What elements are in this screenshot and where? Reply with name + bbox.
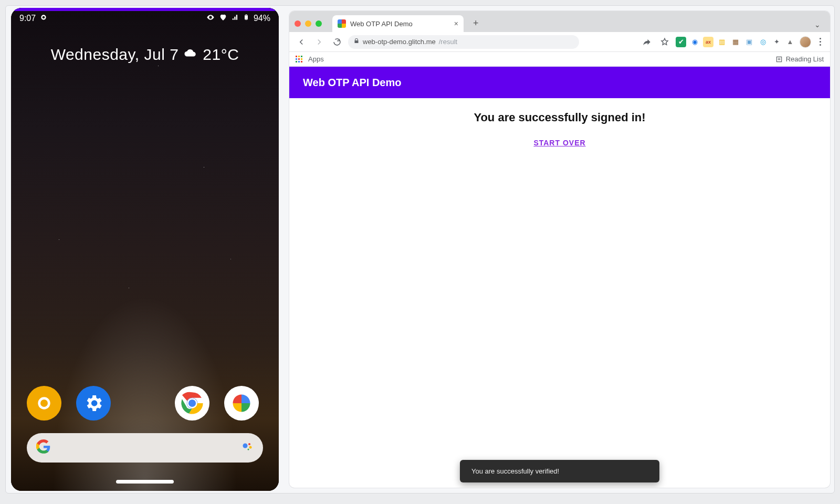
reading-list-label: Reading List [786, 55, 824, 63]
ext-icon-7[interactable]: ◎ [758, 37, 768, 47]
apps-label[interactable]: Apps [308, 55, 324, 63]
page-header: Web OTP API Demo [289, 67, 830, 98]
ext-icon-2[interactable]: ◉ [689, 37, 700, 47]
tab-close-icon[interactable]: × [454, 19, 458, 28]
page-title: Web OTP API Demo [303, 77, 401, 89]
ext-icon-1[interactable]: ✔ [676, 37, 686, 47]
profile-avatar[interactable] [800, 36, 811, 48]
window-controls [295, 20, 322, 27]
reload-button[interactable] [330, 35, 344, 49]
assistant-icon[interactable] [241, 440, 254, 455]
notification-dot-icon [40, 14, 47, 23]
svg-point-13 [249, 446, 252, 449]
svg-point-14 [248, 449, 249, 450]
tab-strip: Web OTP API Demo × + ⌄ [289, 11, 830, 32]
svg-point-12 [248, 443, 250, 445]
traffic-light-min[interactable] [305, 20, 311, 27]
traffic-light-close[interactable] [295, 20, 301, 27]
ext-icon-3[interactable]: ax [703, 37, 713, 47]
snackbar-text: You are successfully verified! [471, 467, 559, 475]
phone-accent-bar [11, 8, 279, 11]
status-battery-text: 94% [254, 14, 270, 23]
extensions-puzzle-icon[interactable]: ✦ [771, 37, 782, 47]
home-widget[interactable]: Wednesday, Jul 7 21°C [11, 46, 279, 64]
chrome-canary-icon[interactable] [27, 386, 61, 421]
status-bar: 9:07 94% [11, 13, 279, 24]
snackbar: You are successfully verified! [460, 460, 659, 482]
svg-point-1 [43, 16, 45, 19]
traffic-light-max[interactable] [316, 20, 322, 27]
battery-icon [243, 14, 249, 23]
back-button[interactable] [295, 35, 308, 49]
share-button[interactable] [640, 35, 654, 49]
eye-icon [206, 13, 215, 24]
svg-point-7 [40, 400, 48, 407]
tab-active[interactable]: Web OTP API Demo × [332, 15, 464, 32]
gesture-bar[interactable] [116, 480, 174, 484]
ext-icon-9[interactable]: ▲ [785, 37, 795, 47]
address-bar[interactable]: web-otp-demo.glitch.me/result [348, 35, 579, 49]
url-host: web-otp-demo.glitch.me [363, 38, 436, 46]
settings-icon[interactable] [76, 386, 111, 421]
chrome-window: Web OTP API Demo × + ⌄ web-otp-demo.glit… [289, 11, 830, 488]
reading-list-button[interactable]: Reading List [775, 55, 824, 63]
ext-icon-6[interactable]: ▣ [744, 37, 754, 47]
android-phone: 9:07 94% Wednesday, Jul 7 21° [11, 8, 279, 491]
ext-icon-5[interactable]: ▦ [730, 37, 741, 47]
bookmark-star-icon[interactable] [658, 35, 671, 49]
dock-empty-slot [125, 386, 160, 421]
tab-overflow-icon[interactable]: ⌄ [810, 20, 825, 32]
start-over-link[interactable]: START OVER [533, 139, 585, 147]
wifi-icon [219, 13, 227, 24]
weather-cloud-icon [184, 46, 197, 64]
google-g-icon [36, 439, 51, 456]
extensions: ✔ ◉ ax ▥ ▦ ▣ ◎ ✦ ▲ [676, 37, 795, 47]
status-time: 9:07 [19, 14, 36, 23]
svg-rect-4 [245, 16, 247, 19]
apps-grid-icon[interactable] [296, 56, 303, 63]
page-body: You are successfully signed in! START OV… [289, 98, 830, 160]
photos-icon[interactable] [224, 386, 259, 421]
toolbar: web-otp-demo.glitch.me/result ✔ ◉ ax ▥ ▦… [289, 32, 830, 52]
ext-icon-4[interactable]: ▥ [717, 37, 727, 47]
tab-favicon-icon [338, 19, 346, 28]
phone-wallpaper: 9:07 94% Wednesday, Jul 7 21° [11, 8, 279, 491]
page-heading: You are successfully signed in! [289, 111, 830, 124]
google-search-bar[interactable] [27, 433, 263, 463]
tab-title: Web OTP API Demo [350, 20, 413, 28]
forward-button[interactable] [312, 35, 326, 49]
svg-rect-3 [246, 15, 247, 15]
widget-temp: 21°C [203, 46, 239, 64]
lock-icon [353, 38, 360, 46]
widget-date: Wednesday, Jul 7 [51, 46, 179, 64]
home-dock [27, 386, 259, 421]
new-tab-button[interactable]: + [469, 18, 483, 32]
signal-icon [232, 14, 239, 23]
svg-point-11 [243, 444, 248, 448]
chrome-icon[interactable] [175, 386, 209, 421]
url-path: /result [439, 38, 457, 46]
chrome-menu-button[interactable] [815, 38, 825, 46]
bookmarks-bar: Apps Reading List [289, 52, 830, 67]
